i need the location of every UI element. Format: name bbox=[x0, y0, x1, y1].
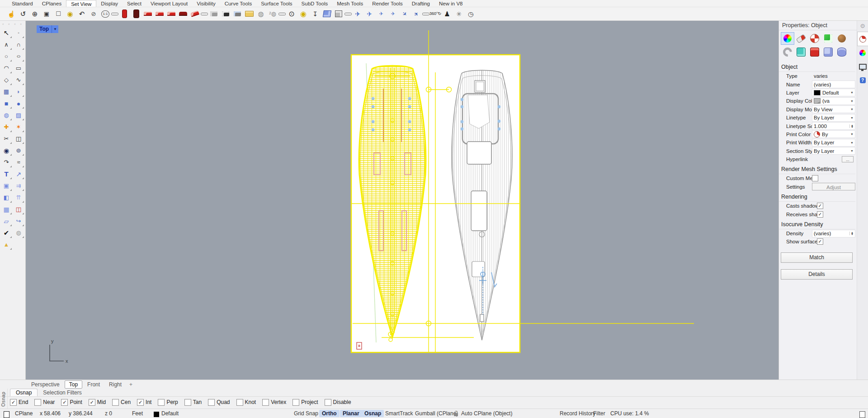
display-mode-dropdown[interactable]: By View ▼ bbox=[812, 105, 855, 113]
check-objects-tool[interactable]: ✔ bbox=[0, 227, 12, 238]
plane-view-button-2[interactable]: ✈ bbox=[363, 8, 375, 20]
print-width-dropdown[interactable]: By Layer ▼ bbox=[812, 139, 855, 147]
top-viewport[interactable]: y x Top ▼ bbox=[26, 21, 778, 380]
checkbox[interactable] bbox=[236, 399, 243, 406]
status-layer[interactable]: Default bbox=[161, 410, 179, 417]
layer-dropdown[interactable]: Default ▼ bbox=[812, 89, 855, 96]
viewport-tab-right[interactable]: Right bbox=[105, 381, 126, 388]
receives-shadow-checkbox[interactable]: ✓ bbox=[817, 211, 823, 218]
arc-tool[interactable]: ◠ bbox=[0, 62, 12, 74]
menu-new-in-v8[interactable]: New in V8 bbox=[434, 0, 467, 7]
arctic-display-button[interactable] bbox=[165, 8, 177, 20]
checkbox[interactable] bbox=[112, 399, 119, 406]
osnap-project-checkbox[interactable]: Project bbox=[292, 399, 318, 406]
osnap-near-checkbox[interactable]: Near bbox=[34, 399, 55, 406]
ortho-toggle[interactable]: Ortho bbox=[319, 410, 340, 417]
polyline-tool[interactable]: ∧ bbox=[0, 39, 12, 50]
extrude-tool[interactable]: ⇈ bbox=[13, 192, 24, 203]
sphere-tool[interactable]: ● bbox=[13, 98, 24, 109]
checkbox[interactable] bbox=[158, 399, 165, 406]
spinner-arrows[interactable]: ▲▼ bbox=[849, 232, 854, 235]
menu-curve-tools[interactable]: Curve Tools bbox=[220, 0, 257, 7]
gap-2[interactable] bbox=[201, 13, 208, 15]
adjust-button[interactable]: Adjust bbox=[812, 183, 855, 190]
split-tool[interactable]: ◫ bbox=[13, 133, 24, 144]
osnap-quad-checkbox[interactable]: Quad bbox=[208, 399, 230, 406]
text-tool[interactable]: T bbox=[0, 168, 12, 180]
checkbox[interactable] bbox=[262, 399, 269, 406]
array-tool[interactable]: ▦ bbox=[0, 204, 12, 215]
menu-viewport-layout[interactable]: Viewport Layout bbox=[146, 0, 192, 7]
viewport-canvas[interactable]: y x bbox=[26, 21, 778, 380]
shaded-display-button[interactable] bbox=[118, 8, 130, 20]
technical-display-button[interactable] bbox=[177, 8, 189, 20]
checkbox[interactable]: ✓ bbox=[137, 399, 144, 406]
decal-tab[interactable] bbox=[821, 32, 835, 45]
menu-standard[interactable]: Standard bbox=[7, 0, 38, 7]
menu-drafting[interactable]: Drafting bbox=[407, 0, 434, 7]
density-input[interactable]: (varies) ▲▼ bbox=[812, 230, 855, 238]
surface-from-points-tool[interactable]: ▦ bbox=[0, 86, 12, 97]
picture-frame-icon[interactable] bbox=[357, 342, 362, 349]
raytraced-display-button[interactable] bbox=[154, 8, 165, 20]
freeform-curve-tool[interactable]: ∿ bbox=[13, 74, 24, 86]
record-history-toggle[interactable]: Record History bbox=[560, 410, 595, 417]
cplane-to-object-button[interactable]: ↧ bbox=[309, 8, 321, 20]
sidebar-grip-dots[interactable]: ∘ ∘ ∘ ∘ bbox=[0, 21, 25, 27]
menu-set-view[interactable]: Set View bbox=[66, 0, 96, 7]
cplane-box-button[interactable] bbox=[333, 8, 344, 20]
rotate-view-button[interactable]: ↺ bbox=[17, 8, 29, 20]
plane-view-small-button-1[interactable]: ✈ bbox=[375, 8, 387, 20]
menu-visibility[interactable]: Visibility bbox=[192, 0, 220, 7]
osnap-end-checkbox[interactable]: ✓ End bbox=[10, 399, 28, 406]
gap-1[interactable] bbox=[111, 13, 118, 15]
osnap-perp-checkbox[interactable]: Perp bbox=[158, 399, 178, 406]
fillet-curve-tool[interactable]: ↷ bbox=[0, 157, 12, 168]
cplane-rotate-button[interactable]: ◉ bbox=[297, 8, 309, 20]
menu-mesh-tools[interactable]: Mesh Tools bbox=[332, 0, 368, 7]
plane-view-button-1[interactable]: ✈ bbox=[352, 8, 363, 20]
materials-side-tab[interactable] bbox=[857, 46, 868, 60]
shutlining-tab[interactable] bbox=[808, 46, 821, 58]
pan-view-button[interactable]: ☝ bbox=[5, 8, 17, 20]
menu-select[interactable]: Select bbox=[123, 0, 146, 7]
checkbox[interactable]: ✓ bbox=[10, 399, 17, 406]
section-style-dropdown[interactable]: By Layer ▼ bbox=[812, 147, 855, 155]
camera-two-point-button[interactable]: ²◍ bbox=[267, 8, 278, 20]
viewport-tab-front[interactable]: Front bbox=[83, 381, 104, 388]
menu-cplanes[interactable]: CPlanes bbox=[38, 0, 66, 7]
osnap-vertex-checkbox[interactable]: Vertex bbox=[262, 399, 286, 406]
custom-mesh-checkbox[interactable] bbox=[812, 175, 818, 181]
hyperlink-browse-button[interactable]: ... bbox=[842, 156, 854, 162]
osnap-cen-checkbox[interactable]: Cen bbox=[112, 399, 131, 406]
menu-render-tools[interactable]: Render Tools bbox=[368, 0, 407, 7]
split-edge-tool[interactable]: ◫ bbox=[13, 204, 24, 215]
plane-view-small-button-2[interactable]: ✈ bbox=[387, 8, 399, 20]
cplane-target-button[interactable]: ⊙ bbox=[286, 8, 297, 20]
grid-snap-toggle[interactable]: Grid Snap bbox=[294, 410, 318, 417]
compass-north-button[interactable]: ✳ bbox=[453, 8, 465, 20]
select-pointer-tool[interactable]: ↖ bbox=[0, 27, 12, 38]
explode-tool[interactable]: ✶ bbox=[13, 121, 24, 133]
auto-cplane-toggle[interactable]: Auto CPlane (Object) bbox=[461, 410, 512, 417]
named-views-button[interactable] bbox=[243, 8, 255, 20]
save-named-view-button[interactable] bbox=[231, 8, 243, 20]
viewport-title[interactable]: Top ▼ bbox=[37, 25, 58, 33]
checkbox[interactable] bbox=[325, 399, 331, 406]
checkbox[interactable] bbox=[292, 399, 299, 406]
smarttrack-toggle[interactable]: SmartTrack bbox=[385, 410, 413, 417]
zoom-extents-button[interactable]: ▣ bbox=[41, 8, 52, 20]
rectangle-tool[interactable]: ▭ bbox=[13, 62, 24, 74]
solid-primitives-tool[interactable]: ◍ bbox=[13, 227, 24, 238]
linetype-scale-input[interactable]: 1.000 ▲▼ bbox=[812, 122, 855, 130]
display-color-dropdown[interactable]: (va ▼ bbox=[812, 97, 855, 105]
walkabout-button[interactable]: ♟ bbox=[441, 8, 453, 20]
displacement-tab[interactable] bbox=[835, 32, 849, 45]
filter-toggle[interactable]: Filter bbox=[593, 410, 605, 417]
copy-tool[interactable]: ▱ bbox=[0, 215, 12, 227]
single-point-tool[interactable]: ◦ bbox=[13, 27, 24, 38]
menu-subd-tools[interactable]: SubD Tools bbox=[297, 0, 333, 7]
curve-piping-tab[interactable] bbox=[821, 46, 835, 58]
zoom-target-button[interactable]: ⊘ bbox=[88, 8, 99, 20]
group-tool[interactable]: ▣ bbox=[0, 180, 12, 191]
